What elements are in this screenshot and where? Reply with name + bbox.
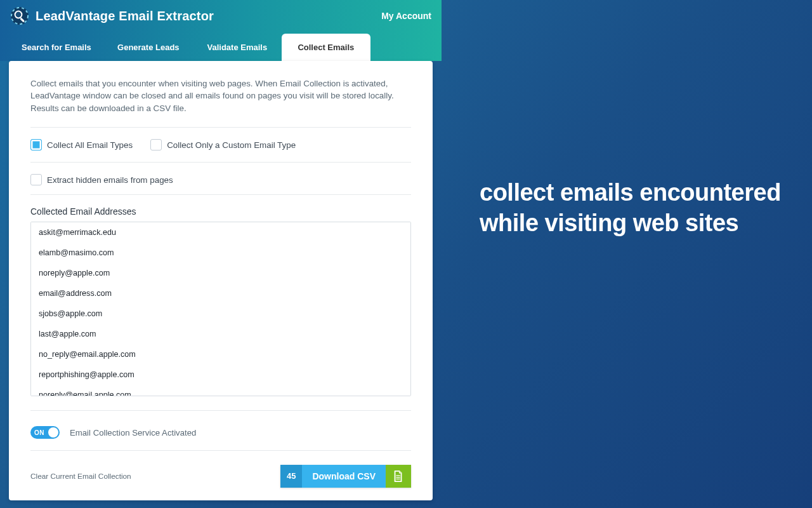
service-toggle[interactable]: ON	[30, 426, 60, 439]
toggle-on-text: ON	[34, 429, 44, 436]
tab-bar: Search for Emails Generate Leads Validat…	[0, 32, 442, 61]
app-column: LeadVantage Email Extractor My Account S…	[0, 0, 442, 508]
divider	[30, 194, 411, 195]
tab-search-emails[interactable]: Search for Emails	[9, 34, 104, 61]
list-item[interactable]: noreply@apple.com	[31, 263, 410, 283]
list-item[interactable]: askit@merrimack.edu	[31, 222, 410, 243]
collected-label: Collected Email Addresses	[30, 206, 411, 217]
my-account-link[interactable]: My Account	[381, 11, 431, 21]
promo-column: collect emails encountered while visitin…	[442, 0, 812, 508]
list-item[interactable]: no_reply@email.apple.com	[31, 344, 410, 364]
tab-generate-leads[interactable]: Generate Leads	[104, 34, 193, 61]
collected-emails-list[interactable]: askit@merrimack.edu elamb@masimo.com nor…	[30, 222, 411, 396]
divider	[30, 162, 411, 163]
list-item[interactable]: noreply@email.apple.com	[31, 385, 410, 396]
download-csv-button[interactable]: Download CSV	[302, 465, 386, 488]
checkbox-collect-all[interactable]	[30, 139, 42, 150]
divider	[30, 410, 411, 411]
list-item[interactable]: elamb@masimo.com	[31, 243, 410, 263]
clear-collection-link[interactable]: Clear Current Email Collection	[30, 472, 131, 481]
email-type-options: Collect All Email Types Collect Only a C…	[30, 139, 411, 150]
download-count-badge: 45	[280, 465, 302, 488]
list-item[interactable]: email@address.com	[31, 283, 410, 304]
tab-validate-emails[interactable]: Validate Emails	[193, 34, 282, 61]
list-item[interactable]: last@apple.com	[31, 324, 410, 344]
checkbox-collect-custom[interactable]	[150, 139, 162, 150]
list-item[interactable]: reportphishing@apple.com	[31, 364, 410, 385]
toggle-knob	[48, 427, 58, 438]
label-collect-all: Collect All Email Types	[47, 140, 133, 150]
service-toggle-row: ON Email Collection Service Activated	[30, 426, 411, 439]
download-file-icon[interactable]	[386, 465, 411, 488]
app-logo-icon	[10, 6, 29, 25]
divider	[30, 450, 411, 451]
checkbox-extract-hidden[interactable]	[30, 174, 42, 185]
service-toggle-label: Email Collection Service Activated	[70, 428, 196, 438]
bottom-row: Clear Current Email Collection 45 Downlo…	[30, 465, 411, 488]
app-title: LeadVantage Email Extractor	[36, 9, 214, 23]
titlebar: LeadVantage Email Extractor My Account	[0, 0, 442, 32]
label-collect-custom: Collect Only a Custom Email Type	[167, 140, 296, 150]
tab-collect-emails[interactable]: Collect Emails	[282, 34, 370, 61]
divider	[30, 127, 411, 128]
extract-hidden-row: Extract hidden emails from pages	[30, 174, 411, 185]
svg-point-3	[16, 12, 22, 18]
collect-panel: Collect emails that you encounter when v…	[9, 61, 433, 500]
download-group: 45 Download CSV	[280, 465, 411, 488]
list-item[interactable]: sjobs@apple.com	[31, 304, 410, 324]
panel-description: Collect emails that you encounter when v…	[30, 77, 411, 127]
promo-headline: collect emails encountered while visitin…	[480, 178, 787, 238]
label-extract-hidden: Extract hidden emails from pages	[47, 175, 173, 185]
